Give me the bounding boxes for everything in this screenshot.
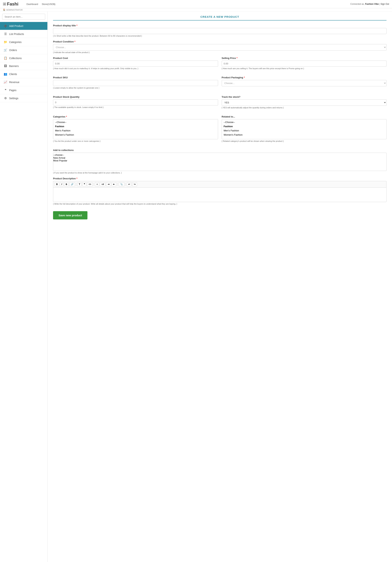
sidebar-item-pages[interactable]: ❝ Pages	[0, 86, 47, 94]
categories-listbox[interactable]: --Choose-- Fashion Men's Fashion Women's…	[53, 119, 218, 139]
product-cost-hint: { How much did it cost you to make/buy i…	[53, 67, 218, 70]
product-sku-label: Product SKU	[53, 76, 218, 79]
sidebar-label-settings: Settings	[9, 97, 19, 100]
selling-price-input[interactable]	[222, 60, 387, 67]
track-stock-select[interactable]: YES NO	[222, 99, 387, 106]
product-sku-input[interactable]	[53, 80, 218, 86]
clients-icon: 👥	[4, 72, 7, 76]
ol-button[interactable]: ≡#	[100, 182, 105, 186]
nav-store-link[interactable]: Store(USD$)	[42, 3, 55, 5]
product-title-hint: { In Short write a title that describe b…	[53, 35, 387, 37]
topnav: 🏷 Fashi Dashboard Store(USD$) Connected …	[0, 0, 392, 8]
brand-name: Fashi	[7, 1, 19, 7]
topnav-right: Connected as, Fashion Vibe | Sign Out	[350, 3, 389, 5]
save-button[interactable]: Save new product	[53, 211, 87, 219]
cat-choose: --Choose--	[53, 120, 218, 124]
indent-button[interactable]: ⇥	[106, 182, 111, 186]
product-title-label: Product display title *	[53, 24, 387, 27]
text-style-button[interactable]: T	[77, 182, 81, 186]
track-stock-label: Track the stock?	[222, 95, 387, 98]
redo-button[interactable]: ↪	[132, 182, 137, 186]
sidebar-item-settings[interactable]: ⚙ Settings	[0, 94, 47, 102]
collections-listbox[interactable]: --choose-- New Arrival Most Popular	[53, 153, 387, 171]
add-icon: ➕	[4, 24, 7, 28]
product-packaging-select[interactable]: Choose... Box Bag Envelope None	[222, 80, 387, 86]
banners-icon: 🖼	[4, 64, 7, 68]
sidebar-item-revenue[interactable]: 📈 Revenue	[0, 78, 47, 86]
page-title: CREATE A NEW PRODUCT	[53, 15, 387, 21]
cat-mens: Men's Fashion	[53, 129, 218, 133]
cost-price-row: Product Cost { How much did it cost you …	[53, 57, 387, 73]
sidebar-item-list-products[interactable]: ☰ List Products	[0, 30, 47, 38]
product-cost-label: Product Cost	[53, 57, 218, 59]
stock-quantity-input[interactable]	[53, 99, 218, 105]
track-stock-hint: { YES will automatically adjust the quan…	[222, 106, 387, 109]
sidebar-item-clients[interactable]: 👥 Clients	[0, 70, 47, 78]
bold-button[interactable]: B	[55, 182, 59, 186]
ul-button[interactable]: ≡	[95, 182, 99, 186]
rel-fashion: Fashion	[222, 124, 387, 129]
track-stock-section: Track the stock? YES NO { YES will autom…	[222, 95, 387, 109]
italic-button[interactable]: I	[60, 182, 63, 186]
code-button[interactable]: <>	[87, 182, 92, 186]
topnav-left: 🏷 Fashi Dashboard Store(USD$)	[3, 1, 56, 7]
sidebar-item-add-product[interactable]: ➕ Add Product	[0, 22, 47, 30]
description-hint: { Write the full description of your pro…	[53, 203, 387, 205]
sku-packaging-row: Product SKU { Leave empty to allow the s…	[53, 76, 387, 92]
main-content: CREATE A NEW PRODUCT Product display tit…	[47, 12, 392, 562]
col-new-arrival: New Arrival	[53, 156, 386, 159]
collections-label: Add to collections	[53, 149, 387, 152]
attach-button[interactable]: 📎	[119, 182, 124, 186]
rel-mens: Men's Fashion	[222, 129, 387, 133]
product-sku-hint: { Leave empty to allow the system to gen…	[53, 87, 218, 89]
nav-dashboard-link[interactable]: Dashboard	[26, 3, 38, 5]
sidebar-label-add-product: Add Product	[9, 24, 23, 27]
selling-price-section: Selling Price * { How much are you selli…	[222, 57, 387, 70]
sidebar-label-banners: Banners	[9, 65, 19, 68]
sidebar-label-list-products: List Products	[9, 33, 24, 35]
product-cost-input[interactable]	[53, 60, 218, 67]
layout: ➕ Add Product ☰ List Products 📁 Categori…	[0, 12, 392, 562]
related-to-section: Related to... --Choose-- Fashion Men's F…	[222, 115, 387, 142]
sidebar-item-banners[interactable]: 🖼 Banners	[0, 62, 47, 70]
undo-button[interactable]: ↩	[127, 182, 131, 186]
related-to-listbox[interactable]: --Choose-- Fashion Men's Fashion Women's…	[222, 119, 387, 139]
collections-icon: 📋	[4, 56, 7, 60]
sidebar-label-clients: Clients	[9, 73, 17, 76]
collections-hint: { If you want the product to show at the…	[53, 172, 387, 174]
required-star-5: *	[66, 115, 67, 118]
description-label: Product Description *	[53, 177, 387, 180]
quote-button[interactable]: ❝	[82, 182, 86, 186]
outdent-button[interactable]: ⇤	[112, 182, 116, 186]
product-condition-section: Product Condition * Choose... New Used R…	[53, 40, 387, 53]
required-star-4: *	[244, 76, 245, 79]
description-editor[interactable]	[53, 187, 387, 202]
sidebar-label-orders: Orders	[9, 49, 17, 52]
connected-as-text: Connected as,	[350, 3, 365, 5]
search-input[interactable]	[2, 14, 45, 20]
product-title-input[interactable]	[53, 28, 387, 34]
home-icon: 🏠	[3, 9, 5, 11]
strikethrough-button[interactable]: S	[64, 182, 69, 186]
toolbar-sep-1	[76, 183, 76, 186]
admin-bar: 🏠 ADMINISTRATOR	[0, 8, 392, 12]
col-most-popular: Most Popular	[53, 159, 386, 162]
selling-price-hint: { How much are you selling it. The buyer…	[222, 67, 387, 70]
logo: 🏷 Fashi	[3, 1, 19, 7]
stock-track-row: Product Stock Quantity { The available q…	[53, 95, 387, 112]
sidebar-label-revenue: Revenue	[9, 81, 19, 84]
related-to-hint: { Related category's product will be sho…	[222, 140, 387, 142]
store-name: Fashion Vibe	[365, 3, 379, 5]
sidebar-label-pages: Pages	[9, 89, 16, 92]
sidebar-item-categories[interactable]: 📁 Categories	[0, 38, 47, 46]
logo-icon: 🏷	[3, 2, 6, 6]
collections-section: Add to collections --choose-- New Arriva…	[53, 149, 387, 174]
sidebar-item-collections[interactable]: 📋 Collections	[0, 54, 47, 62]
link-button[interactable]: 🔗	[69, 182, 75, 186]
folder-icon: 📁	[4, 40, 7, 44]
stock-quantity-section: Product Stock Quantity { The available q…	[53, 95, 218, 109]
product-condition-select[interactable]: Choose... New Used Refurbished	[53, 44, 387, 50]
signout-link[interactable]: Sign Out	[380, 3, 389, 5]
product-condition-hint: { Indicate the actual state of the produ…	[53, 51, 387, 53]
sidebar-item-orders[interactable]: 🛒 Orders	[0, 46, 47, 54]
